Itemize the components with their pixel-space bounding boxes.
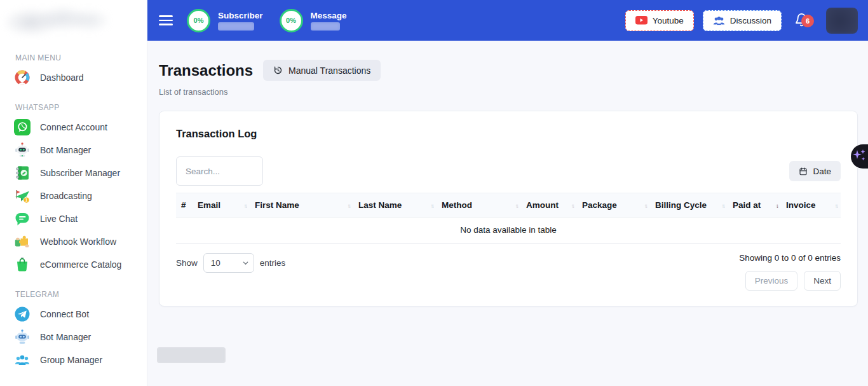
transaction-log-card: Transaction Log Date bbox=[159, 111, 858, 307]
svg-text:1: 1 bbox=[25, 198, 28, 202]
sidebar-item-group-manager[interactable]: Group Manager bbox=[0, 348, 147, 371]
sidebar-item-label: Live Chat bbox=[40, 214, 78, 224]
sidebar-item-label: Group Manager bbox=[40, 355, 102, 365]
next-page-button[interactable]: Next bbox=[804, 271, 841, 291]
sidebar-item-webhook-workflow[interactable]: Webhook Workflow bbox=[0, 230, 147, 253]
youtube-button-label: Youtube bbox=[653, 16, 684, 25]
shopping-bag-icon bbox=[14, 256, 31, 273]
sort-icon: ↑↓ bbox=[515, 202, 519, 209]
column-header-last-name[interactable]: Last Name↑↓ bbox=[353, 193, 437, 217]
column-header-paid-at[interactable]: Paid at↑↓ bbox=[728, 193, 781, 217]
subscriber-stat-label: Subscriber bbox=[218, 11, 263, 20]
group-icon bbox=[14, 352, 31, 368]
hamburger-menu-icon[interactable] bbox=[159, 15, 173, 25]
history-icon bbox=[273, 65, 283, 75]
youtube-icon bbox=[635, 16, 648, 25]
sidebar-item-live-chat[interactable]: Live Chat bbox=[0, 207, 147, 230]
message-progress-ring: 0% bbox=[280, 9, 303, 32]
sidebar: MAIN MENU Dashboard WHATSAPP bbox=[0, 0, 147, 386]
sort-icon: ↑↓ bbox=[571, 202, 574, 209]
column-header-billing-cycle[interactable]: Billing Cycle↑↓ bbox=[650, 193, 728, 217]
app-logo[interactable] bbox=[5, 3, 110, 38]
whatsapp-icon bbox=[14, 119, 31, 135]
sidebar-item-label: Bot Manager bbox=[40, 145, 91, 155]
section-label-whatsapp: WHATSAPP bbox=[0, 103, 147, 116]
sort-icon-active: ↑↓ bbox=[775, 202, 778, 209]
discussion-button[interactable]: Discussion bbox=[703, 10, 782, 31]
sort-icon: ↑↓ bbox=[348, 202, 351, 209]
sidebar-item-label: Broadcasting bbox=[40, 191, 92, 201]
sidebar-item-broadcasting[interactable]: 1 Broadcasting bbox=[0, 184, 147, 207]
robot-blue-icon bbox=[14, 329, 31, 345]
message-stat-value-redacted bbox=[311, 22, 340, 31]
sidebar-item-label: eCommerce Catalog bbox=[40, 259, 121, 270]
sidebar-item-label: Connect Account bbox=[40, 122, 107, 132]
previous-page-button[interactable]: Previous bbox=[745, 271, 798, 291]
sidebar-item-label: Subscriber Manager bbox=[40, 168, 120, 178]
entries-label: entries bbox=[260, 258, 286, 268]
puzzle-icon bbox=[14, 233, 31, 250]
empty-state-text: No data available in table bbox=[176, 217, 841, 244]
column-header-index: # bbox=[176, 193, 193, 217]
date-filter-label: Date bbox=[813, 167, 831, 176]
page-title: Transactions bbox=[159, 62, 253, 79]
sidebar-item-dashboard[interactable]: Dashboard bbox=[0, 66, 147, 89]
chat-bubble-icon bbox=[14, 210, 31, 227]
users-icon bbox=[713, 16, 725, 25]
sidebar-item-connect-bot[interactable]: Connect Bot bbox=[0, 303, 147, 326]
sort-icon: ↑↓ bbox=[835, 202, 838, 209]
sort-icon: ↑↓ bbox=[644, 202, 648, 209]
robot-green-icon bbox=[14, 142, 31, 158]
top-navbar: 0% Subscriber 0% Message Youtube bbox=[147, 0, 868, 41]
section-label-telegram: TELEGRAM bbox=[0, 290, 147, 303]
search-input[interactable] bbox=[176, 156, 263, 186]
youtube-button[interactable]: Youtube bbox=[625, 10, 694, 31]
sidebar-item-label: Connect Bot bbox=[40, 309, 89, 319]
sort-icon: ↑↓ bbox=[431, 202, 434, 209]
sidebar-item-connect-account[interactable]: Connect Account bbox=[0, 116, 147, 139]
notification-count-badge: 6 bbox=[801, 15, 814, 27]
column-header-package[interactable]: Package↑↓ bbox=[577, 193, 650, 217]
subscriber-stat: 0% Subscriber bbox=[187, 9, 263, 32]
subscriber-progress-ring: 0% bbox=[187, 9, 210, 32]
transactions-table: # Email↑↓ First Name↑↓ Last Name↑↓ Metho… bbox=[176, 193, 841, 244]
show-label: Show bbox=[176, 258, 198, 268]
main-content: Transactions Manual Transactions List of… bbox=[147, 41, 868, 386]
discussion-button-label: Discussion bbox=[730, 16, 771, 25]
card-title: Transaction Log bbox=[176, 128, 841, 140]
sidebar-item-subscriber-manager[interactable]: Subscriber Manager bbox=[0, 162, 147, 184]
sort-icon: ↑↓ bbox=[244, 202, 247, 209]
notifications-button[interactable]: 6 bbox=[794, 11, 811, 29]
sidebar-item-label: Dashboard bbox=[40, 72, 84, 83]
subscriber-stat-value-redacted bbox=[218, 22, 254, 31]
pagination-summary: Showing 0 to 0 of 0 entries bbox=[739, 253, 841, 263]
ai-assistant-fab[interactable] bbox=[851, 144, 868, 169]
message-stat-label: Message bbox=[311, 11, 347, 20]
sort-icon: ↑↓ bbox=[722, 202, 725, 209]
column-header-first-name[interactable]: First Name↑↓ bbox=[250, 193, 353, 217]
user-avatar[interactable] bbox=[826, 8, 858, 34]
sidebar-item-label: Bot Manager bbox=[40, 332, 91, 342]
manual-transactions-button[interactable]: Manual Transactions bbox=[263, 60, 381, 81]
gauge-icon bbox=[14, 69, 31, 86]
column-header-method[interactable]: Method↑↓ bbox=[437, 193, 521, 217]
message-stat: 0% Message bbox=[280, 9, 347, 32]
sidebar-item-bot-manager-tg[interactable]: Bot Manager bbox=[0, 326, 147, 348]
sidebar-item-ecommerce-catalog[interactable]: eCommerce Catalog bbox=[0, 253, 147, 276]
date-filter-button[interactable]: Date bbox=[789, 161, 841, 181]
sidebar-item-bot-manager-wa[interactable]: Bot Manager bbox=[0, 139, 147, 162]
manual-transactions-label: Manual Transactions bbox=[288, 65, 370, 76]
footer-text-redacted bbox=[157, 347, 226, 363]
empty-state-row: No data available in table bbox=[176, 217, 841, 244]
paper-plane-badge-icon: 1 bbox=[14, 188, 31, 204]
page-size-select[interactable]: 10 bbox=[203, 253, 254, 273]
table-header-row: # Email↑↓ First Name↑↓ Last Name↑↓ Metho… bbox=[176, 193, 841, 217]
page-subtitle: List of transactions bbox=[147, 81, 868, 97]
column-header-email[interactable]: Email↑↓ bbox=[193, 193, 250, 217]
calendar-icon bbox=[799, 167, 808, 176]
column-header-invoice[interactable]: Invoice↑↓ bbox=[781, 193, 841, 217]
sidebar-item-label: Webhook Workflow bbox=[40, 237, 116, 247]
telegram-icon bbox=[14, 306, 31, 322]
column-header-amount[interactable]: Amount↑↓ bbox=[521, 193, 577, 217]
sparkles-icon bbox=[851, 144, 868, 169]
